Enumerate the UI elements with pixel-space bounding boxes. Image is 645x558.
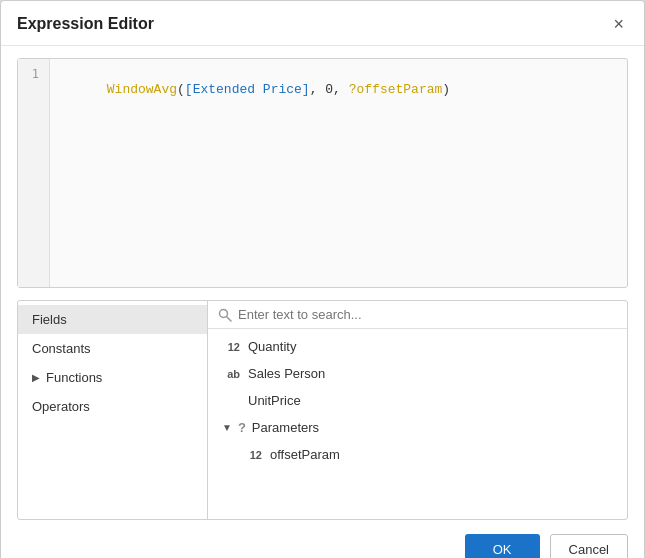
field-type-salesperson: ab: [222, 368, 240, 380]
parameters-label: Parameters: [252, 420, 319, 435]
sidebar-item-operators[interactable]: Operators: [18, 392, 207, 421]
dialog-title: Expression Editor: [17, 15, 154, 33]
field-name-quantity: Quantity: [248, 339, 296, 354]
list-item[interactable]: UnitPrice: [208, 387, 627, 414]
code-function-name: WindowAvg: [107, 82, 177, 97]
line-numbers: 1: [18, 59, 50, 287]
field-name-offsetparam: offsetParam: [270, 447, 340, 462]
dialog-header: Expression Editor ×: [1, 1, 644, 46]
left-panel: Fields Constants ▶ Functions Operators: [18, 301, 208, 519]
functions-arrow: ▶: [32, 372, 40, 383]
constants-label: Constants: [32, 341, 91, 356]
parameters-type-icon: ?: [238, 420, 246, 435]
expression-editor-dialog: Expression Editor × 1 WindowAvg([Extende…: [0, 0, 645, 558]
group-item-parameters[interactable]: ▼ ? Parameters: [208, 414, 627, 441]
list-item[interactable]: 12 offsetParam: [208, 441, 627, 468]
fields-label: Fields: [32, 312, 67, 327]
dialog-footer: OK Cancel: [1, 520, 644, 558]
right-panel: 12 Quantity ab Sales Person UnitPrice ▼ …: [208, 301, 627, 519]
field-name-salesperson: Sales Person: [248, 366, 325, 381]
close-button[interactable]: ×: [609, 13, 628, 35]
ok-button[interactable]: OK: [465, 534, 540, 558]
list-item[interactable]: 12 Quantity: [208, 333, 627, 360]
field-type-offsetparam: 12: [244, 449, 262, 461]
sidebar-item-fields[interactable]: Fields: [18, 305, 207, 334]
field-name-unitprice: UnitPrice: [248, 393, 301, 408]
search-input[interactable]: [238, 307, 617, 322]
svg-line-1: [227, 316, 232, 321]
code-input[interactable]: WindowAvg([Extended Price], 0, ?offsetPa…: [50, 59, 627, 287]
search-icon: [218, 308, 232, 322]
functions-label: Functions: [46, 370, 102, 385]
sidebar-item-functions[interactable]: ▶ Functions: [18, 363, 207, 392]
sidebar-item-constants[interactable]: Constants: [18, 334, 207, 363]
code-editor: 1 WindowAvg([Extended Price], 0, ?offset…: [17, 58, 628, 288]
field-list: 12 Quantity ab Sales Person UnitPrice ▼ …: [208, 329, 627, 519]
line-number-1: 1: [32, 67, 39, 81]
parameters-arrow: ▼: [222, 422, 232, 433]
operators-label: Operators: [32, 399, 90, 414]
field-type-quantity: 12: [222, 341, 240, 353]
lower-panel: Fields Constants ▶ Functions Operators: [17, 300, 628, 520]
list-item[interactable]: ab Sales Person: [208, 360, 627, 387]
search-bar: [208, 301, 627, 329]
cancel-button[interactable]: Cancel: [550, 534, 628, 558]
